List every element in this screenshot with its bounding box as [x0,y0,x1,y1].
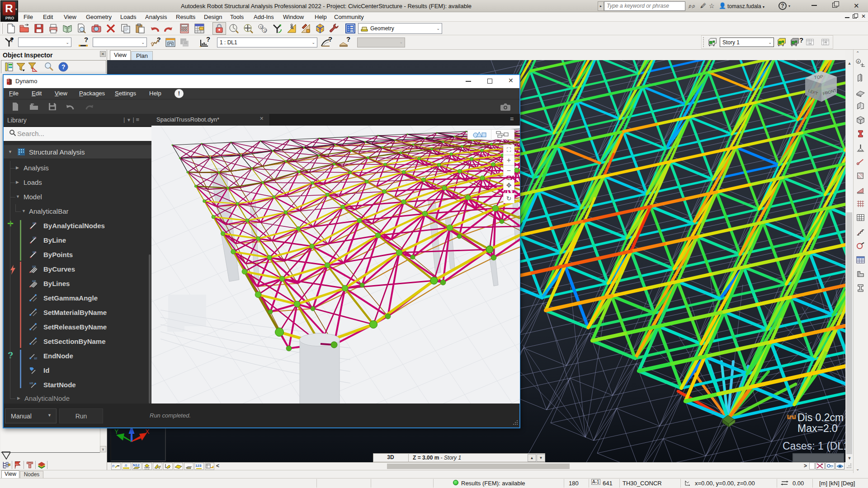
svg-text:TOP: TOP [814,74,824,80]
svg-text:123: 123 [195,464,202,468]
svg-text:!: ! [33,68,34,71]
svg-text:Q: Q [260,25,263,29]
svg-text:A: A [857,60,859,63]
svg-text:Dis 0.2cm: Dis 0.2cm [797,412,844,423]
svg-text:?: ? [61,63,66,70]
svg-text:n: n [112,464,114,468]
svg-text:N12: N12 [133,463,140,467]
svg-text:123: 123 [32,280,36,282]
svg-text:123: 123 [33,251,37,253]
svg-text:n: n [125,463,127,468]
svg-text:123: 123 [34,357,37,360]
svg-text:Max=2.0: Max=2.0 [797,422,838,434]
svg-text:123: 123 [33,222,37,225]
svg-text:123: 123 [32,265,36,268]
svg-text:X: X [145,428,150,435]
svg-text:Q: Q [264,28,266,33]
svg-text:123: 123 [29,382,33,385]
svg-text:Y: Y [114,428,119,435]
svg-text:123: 123 [33,236,37,239]
svg-text:Cases: 1 (DL1: Cases: 1 (DL1 [783,440,845,452]
